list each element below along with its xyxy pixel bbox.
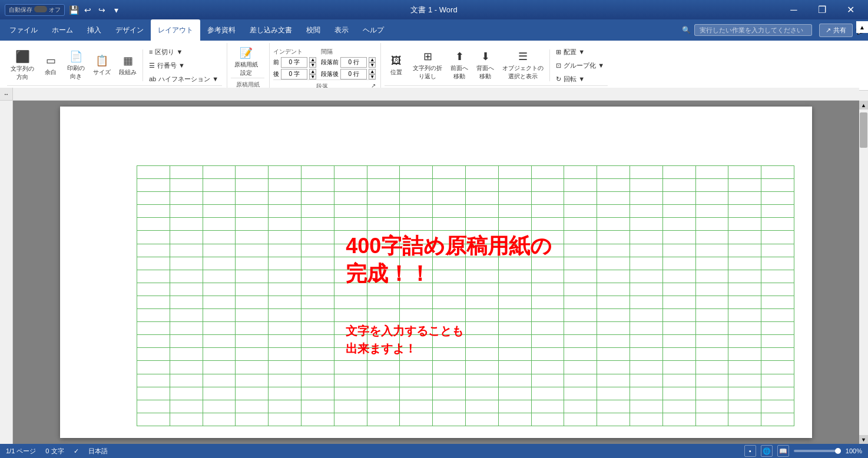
manuscript-grid-area[interactable] (137, 165, 794, 426)
grid-cell[interactable] (532, 257, 564, 270)
grid-cell[interactable] (597, 387, 630, 400)
zoom-slider-thumb[interactable] (835, 448, 841, 454)
grid-cell[interactable] (334, 361, 367, 374)
grid-cell[interactable] (466, 283, 498, 296)
grid-cell[interactable] (728, 309, 761, 322)
grid-cell[interactable] (367, 400, 400, 413)
grid-cell[interactable] (203, 283, 236, 296)
grid-cell[interactable] (532, 270, 564, 283)
grid-cell[interactable] (728, 166, 761, 179)
grid-cell[interactable] (761, 166, 794, 179)
grid-cell[interactable] (236, 309, 268, 322)
grid-cell[interactable] (170, 270, 203, 283)
grid-cell[interactable] (170, 387, 203, 400)
grid-cell[interactable] (302, 296, 334, 309)
grid-cell[interactable] (334, 205, 367, 218)
grid-cell[interactable] (597, 205, 630, 218)
grid-cell[interactable] (532, 322, 564, 335)
grid-cell[interactable] (269, 205, 301, 218)
grid-cell[interactable] (400, 205, 432, 218)
spacing-mae-input[interactable] (340, 57, 367, 68)
grid-cell[interactable] (696, 296, 728, 309)
grid-cell[interactable] (400, 322, 432, 335)
position-button[interactable]: 🖼 位置 (385, 49, 408, 81)
grid-cell[interactable] (564, 361, 597, 374)
grid-cell[interactable] (269, 309, 301, 322)
grid-cell[interactable] (203, 348, 236, 361)
grid-cell[interactable] (367, 413, 400, 426)
scroll-track[interactable] (859, 109, 868, 435)
grid-cell[interactable] (302, 205, 334, 218)
grid-cell[interactable] (761, 218, 794, 231)
grid-cell[interactable] (761, 387, 794, 400)
grid-cell[interactable] (696, 309, 728, 322)
grid-cell[interactable] (400, 400, 432, 413)
menu-home[interactable]: ホーム (45, 19, 80, 41)
grid-cell[interactable] (696, 218, 728, 231)
hyphenation-button[interactable]: ab ハイフネーション ▼ (145, 72, 222, 85)
grid-cell[interactable] (728, 218, 761, 231)
grid-cell[interactable] (630, 296, 662, 309)
grid-cell[interactable] (170, 296, 203, 309)
grid-cell[interactable] (564, 387, 597, 400)
grid-cell[interactable] (137, 400, 170, 413)
grid-cell[interactable] (663, 166, 695, 179)
grid-cell[interactable] (433, 166, 465, 179)
grid-cell[interactable] (761, 309, 794, 322)
grid-cell[interactable] (433, 205, 465, 218)
grid-cell[interactable] (137, 179, 170, 192)
grid-cell[interactable] (400, 179, 432, 192)
grid-cell[interactable] (302, 192, 334, 205)
grid-cell[interactable] (564, 413, 597, 426)
grid-cell[interactable] (367, 335, 400, 348)
grid-cell[interactable] (466, 205, 498, 218)
grid-cell[interactable] (302, 335, 334, 348)
grid-cell[interactable] (433, 244, 465, 257)
grid-cell[interactable] (236, 361, 268, 374)
grid-cell[interactable] (367, 270, 400, 283)
grid-cell[interactable] (663, 231, 695, 244)
grid-cell[interactable] (302, 231, 334, 244)
grid-cell[interactable] (761, 348, 794, 361)
grid-cell[interactable] (761, 361, 794, 374)
menu-references[interactable]: 参考資料 (200, 19, 243, 41)
grid-cell[interactable] (334, 322, 367, 335)
grid-cell[interactable] (728, 374, 761, 387)
grid-cell[interactable] (334, 387, 367, 400)
grid-cell[interactable] (400, 231, 432, 244)
grid-cell[interactable] (597, 296, 630, 309)
grid-cell[interactable] (761, 205, 794, 218)
grid-cell[interactable] (532, 166, 564, 179)
indent-ato-down[interactable]: ▼ (309, 74, 316, 79)
grid-cell[interactable] (728, 335, 761, 348)
grid-cell[interactable] (302, 283, 334, 296)
grid-cell[interactable] (466, 335, 498, 348)
grid-cell[interactable] (269, 257, 301, 270)
grid-cell[interactable] (728, 205, 761, 218)
grid-cell[interactable] (236, 218, 268, 231)
grid-cell[interactable] (564, 335, 597, 348)
grid-cell[interactable] (137, 296, 170, 309)
grid-cell[interactable] (236, 179, 268, 192)
grid-cell[interactable] (663, 322, 695, 335)
grid-cell[interactable] (269, 335, 301, 348)
indent-mae-down[interactable]: ▼ (309, 62, 316, 68)
grid-cell[interactable] (170, 400, 203, 413)
grid-cell[interactable] (532, 205, 564, 218)
grid-cell[interactable] (137, 374, 170, 387)
grid-cell[interactable] (433, 348, 465, 361)
spacing-mae-down[interactable]: ▼ (369, 62, 376, 68)
group-button[interactable]: ⊡ グループ化 ▼ (552, 59, 608, 72)
grid-cell[interactable] (334, 244, 367, 257)
grid-cell[interactable] (499, 348, 531, 361)
grid-cell[interactable] (499, 192, 531, 205)
grid-cell[interactable] (203, 192, 236, 205)
grid-cell[interactable] (236, 335, 268, 348)
grid-cell[interactable] (334, 179, 367, 192)
grid-cell[interactable] (400, 166, 432, 179)
grid-cell[interactable] (400, 387, 432, 400)
grid-cell[interactable] (597, 413, 630, 426)
grid-cell[interactable] (499, 296, 531, 309)
grid-cell[interactable] (761, 270, 794, 283)
grid-cell[interactable] (532, 179, 564, 192)
